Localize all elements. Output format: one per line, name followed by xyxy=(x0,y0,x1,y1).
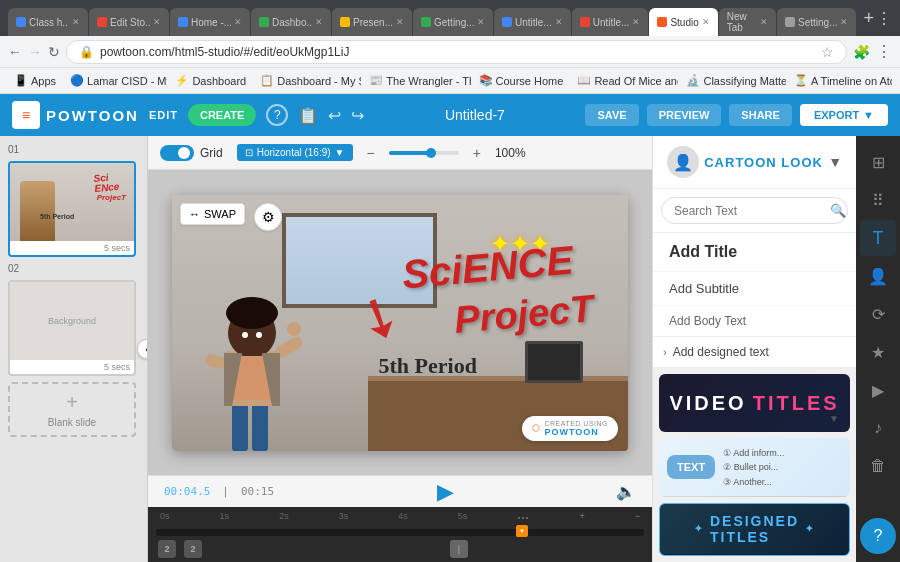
panel-expand-icon[interactable]: ▼ xyxy=(828,154,842,170)
help-icon-btn[interactable]: ? xyxy=(860,518,896,554)
timeline-remove[interactable]: − xyxy=(635,511,640,525)
add-body-option[interactable]: Add Body Text xyxy=(653,306,856,336)
create-button[interactable]: CREATE xyxy=(188,104,256,126)
bookmark-timeline[interactable]: ⏳A Timeline on Ato... xyxy=(788,72,892,89)
grid-toggle-switch[interactable] xyxy=(160,145,194,161)
playhead-handle[interactable]: ▼ xyxy=(516,525,528,537)
share-button[interactable]: SHARE xyxy=(729,104,792,126)
volume-icon[interactable]: 🔈 xyxy=(616,482,636,501)
add-subtitle-option[interactable]: Add Subtitle xyxy=(653,272,856,306)
timeline-more-button[interactable]: ⋯ xyxy=(517,511,529,525)
add-designed-text-section[interactable]: › Add designed text xyxy=(653,337,856,368)
bookmark-course[interactable]: 📚Course Home xyxy=(473,72,570,89)
tab-close[interactable]: ✕ xyxy=(840,17,848,27)
zoom-plus[interactable]: + xyxy=(473,145,481,161)
swap-button[interactable]: ↔ SWAP xyxy=(180,203,245,225)
bookmark-wrangler[interactable]: 📰The Wrangler - Th... xyxy=(363,72,470,89)
search-bar[interactable]: 🔍 xyxy=(661,197,848,224)
star-icon-btn[interactable]: ★ xyxy=(860,334,896,370)
edit-button[interactable]: EDIT xyxy=(149,109,178,121)
zoom-minus[interactable]: − xyxy=(367,145,375,161)
tab-home[interactable]: Home -... ✕ xyxy=(170,8,250,36)
bookmark-lamar[interactable]: 🔵Lamar CISD - My... xyxy=(64,72,167,89)
tab-close[interactable]: ✕ xyxy=(555,17,563,27)
zoom-slider[interactable] xyxy=(389,151,459,155)
tab-close[interactable]: ✕ xyxy=(315,17,323,27)
tab-dash[interactable]: Dashbo... ✕ xyxy=(251,8,331,36)
browser-menu2[interactable]: ⋮ xyxy=(876,42,892,61)
collapse-panel-button[interactable]: ‹ xyxy=(137,339,148,359)
slide-thumb-2[interactable]: Background 5 secs xyxy=(8,280,136,376)
texture-icon-btn[interactable]: ⠿ xyxy=(860,182,896,218)
slide-thumb-1[interactable]: SciENce ProjecT 5th Period 5 secs xyxy=(8,161,136,257)
bookmark-classifying[interactable]: 🔬Classifying Matter... xyxy=(680,72,786,89)
grid-view-icon-btn[interactable]: ⊞ xyxy=(860,144,896,180)
tab-studio[interactable]: Studio ✕ xyxy=(649,8,717,36)
keyframe-2[interactable]: 2 xyxy=(184,540,202,558)
tab-untitled1[interactable]: Untitle... ✕ xyxy=(494,8,571,36)
text-icon-btn[interactable]: T xyxy=(860,220,896,256)
people-icon-btn[interactable]: 👤 xyxy=(860,258,896,294)
tab-close[interactable]: ✕ xyxy=(632,17,640,27)
extensions-icon[interactable]: 🧩 xyxy=(853,44,870,60)
animation-icon-btn[interactable]: ⟳ xyxy=(860,296,896,332)
new-tab-button[interactable]: + xyxy=(863,8,874,29)
browser-menu[interactable]: ⋮ xyxy=(876,9,892,28)
tab-get[interactable]: Getting... ✕ xyxy=(413,8,493,36)
designed-titles-card[interactable]: ✦ DESIGNEDTITLES ✦ desiGNed TItLeS xyxy=(659,503,850,556)
bookmark-dashboard2[interactable]: 📋Dashboard - My S... xyxy=(254,72,361,89)
timeline-track-area[interactable]: ▼ xyxy=(156,529,644,536)
grid-toggle[interactable]: Grid xyxy=(160,145,223,161)
search-input[interactable] xyxy=(674,204,824,218)
tab-close[interactable]: ✕ xyxy=(234,17,242,27)
url-bar[interactable]: 🔒 powtoon.com/html5-studio/#/edit/eoUkMg… xyxy=(66,40,847,64)
chevron-down-icon: ▼ xyxy=(335,147,345,158)
tab-newtab[interactable]: New Tab ✕ xyxy=(719,8,776,36)
bookmark-apps[interactable]: 📱Apps xyxy=(8,72,62,89)
redo-icon[interactable]: ↪ xyxy=(351,106,364,125)
tab-close[interactable]: ✕ xyxy=(72,17,80,27)
tab-close[interactable]: ✕ xyxy=(760,17,768,27)
refresh-button[interactable]: ↻ xyxy=(48,44,60,60)
music-icon-btn[interactable]: ♪ xyxy=(860,410,896,446)
media-icon-btn[interactable]: ▶ xyxy=(860,372,896,408)
forward-button[interactable]: → xyxy=(28,44,42,60)
doc-title: Untitled-7 xyxy=(374,107,575,123)
slide-canvas[interactable]: ➘ ✦✦✦ SciENCE ProjecT 5th Period ↔ SWAP … xyxy=(172,195,628,451)
play-button[interactable]: ▶ xyxy=(437,479,454,505)
export-button[interactable]: EXPORT ▼ xyxy=(800,104,888,126)
share-icon[interactable]: 📋 xyxy=(298,106,318,125)
bookmarks-bar: 📱Apps 🔵Lamar CISD - My... ⚡Dashboard 📋Da… xyxy=(0,68,900,94)
tab-class[interactable]: Class h... ✕ xyxy=(8,8,88,36)
star-icon[interactable]: ☆ xyxy=(821,44,834,60)
timeline-keyframes: 2 2 | xyxy=(156,540,644,558)
powtoon-badge: ⬡ CREATED USING POWTOON xyxy=(522,416,618,441)
save-button[interactable]: SAVE xyxy=(585,104,638,126)
keyframe-1[interactable]: 2 xyxy=(158,540,176,558)
tab-close[interactable]: ✕ xyxy=(477,17,485,27)
aspect-ratio-button[interactable]: ⊡ Horizontal (16:9) ▼ xyxy=(237,144,353,161)
timeline-add[interactable]: + xyxy=(579,511,584,525)
tab-settings[interactable]: Setting... ✕ xyxy=(777,8,856,36)
tab-pres[interactable]: Presen... ✕ xyxy=(332,8,412,36)
blank-slide-button[interactable]: + Blank slide xyxy=(8,382,136,437)
tab-close[interactable]: ✕ xyxy=(153,17,161,27)
add-title-option[interactable]: Add Title xyxy=(653,233,856,272)
delete-icon-btn[interactable]: 🗑 xyxy=(860,448,896,484)
help-button[interactable]: ? xyxy=(266,104,288,126)
settings-button[interactable]: ⚙ xyxy=(254,203,282,231)
zoom-level: 100% xyxy=(495,146,526,160)
back-button[interactable]: ← xyxy=(8,44,22,60)
period-text: 5th Period xyxy=(379,353,477,379)
tab-edit[interactable]: Edit Sto... ✕ xyxy=(89,8,169,36)
tab-untitled2[interactable]: Untitle... ✕ xyxy=(572,8,649,36)
undo-icon[interactable]: ↩ xyxy=(328,106,341,125)
text-elements-card[interactable]: TEXT ① Add inform... ② Bullet poi... ③ A… xyxy=(659,438,850,496)
video-titles-card[interactable]: VIDEO TITLES ▼ VIDEO TITLES xyxy=(659,374,850,432)
tab-close[interactable]: ✕ xyxy=(396,17,404,27)
text-elements-preview: TEXT ① Add inform... ② Bullet poi... ③ A… xyxy=(659,438,850,496)
bookmark-read[interactable]: 📖Read Of Mice and... xyxy=(571,72,678,89)
preview-button[interactable]: PREVIEW xyxy=(647,104,722,126)
bookmark-dashboard[interactable]: ⚡Dashboard xyxy=(169,72,252,89)
tab-close[interactable]: ✕ xyxy=(702,17,710,27)
